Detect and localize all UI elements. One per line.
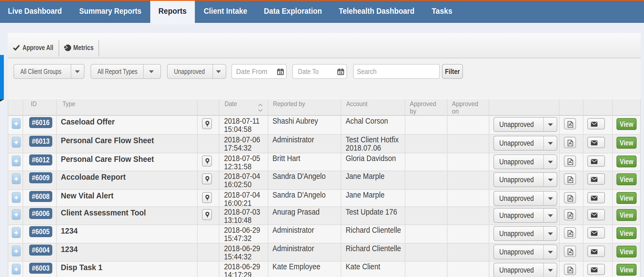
svg-text:16: 16: [279, 71, 282, 74]
svg-text:16: 16: [339, 71, 343, 74]
